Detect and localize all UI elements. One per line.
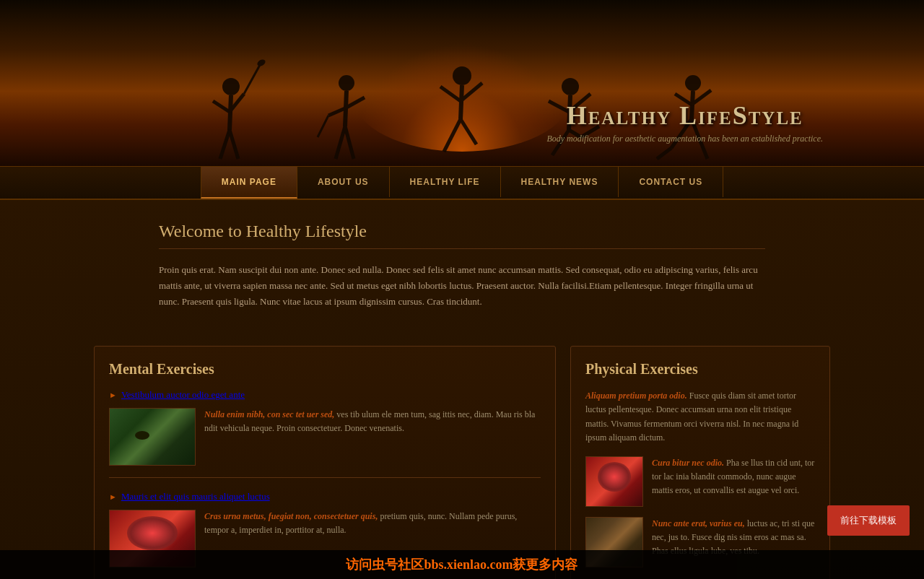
- svg-line-17: [440, 87, 461, 101]
- nav-link-healthy-news[interactable]: HEALTHY NEWS: [501, 167, 619, 197]
- physical-exercises-column: Physical Exercises Aliquam pretium porta…: [570, 346, 830, 579]
- physical-intro-bold[interactable]: Aliquam pretium porta odio.: [585, 391, 687, 401]
- mental-article-1-body: Nulla enim nibh, con sec tet uer sed, ve…: [109, 408, 541, 466]
- hero-banner: Healthy LifeStyle Body modification for …: [0, 0, 924, 166]
- mental-article-1-bold[interactable]: Nulla enim nibh, con sec tet uer sed,: [204, 409, 334, 419]
- welcome-section: Welcome to Healthy Lifestyle Proin quis …: [144, 200, 780, 331]
- welcome-text: Proin quis erat. Nam suscipit dui non an…: [159, 262, 765, 310]
- physical-exercises-title: Physical Exercises: [585, 361, 815, 378]
- svg-line-6: [244, 65, 260, 94]
- svg-point-8: [339, 75, 354, 91]
- nav-link-about-us[interactable]: ABOUT US: [297, 167, 390, 197]
- mental-article-1-text: Nulla enim nibh, con sec tet uer sed, ve…: [204, 408, 541, 466]
- nav-list: MAIN PAGE ABOUT US HEALTHY LIFE HEALTHY …: [201, 167, 723, 199]
- svg-line-10: [328, 108, 345, 116]
- content-wrapper: Welcome to Healthy Lifestyle Proin quis …: [0, 200, 924, 579]
- nav-item-healthy-life[interactable]: HEALTHY LIFE: [390, 167, 501, 199]
- physical-intro: Aliquam pretium porta odio. Fusce quis d…: [585, 389, 815, 445]
- mental-article-1-title[interactable]: ► Vestibulum auctor odio eget ante: [109, 389, 541, 401]
- physical-thumb-red: [586, 457, 642, 506]
- nav-item-about-us[interactable]: ABOUT US: [297, 167, 390, 199]
- two-column-layout: Mental Exercises ► Vestibulum auctor odi…: [79, 331, 845, 579]
- nav-link-main-page[interactable]: MAIN PAGE: [201, 167, 297, 199]
- divider-1: [109, 477, 541, 478]
- svg-point-7: [256, 58, 266, 68]
- arrow-icon-2: ►: [109, 492, 117, 501]
- physical-item-2-bold[interactable]: Nunc ante erat, varius eu,: [652, 518, 745, 528]
- nav-link-contact-us[interactable]: CONTACT US: [619, 167, 723, 197]
- svg-point-21: [562, 78, 579, 95]
- physical-thumb-1: [585, 456, 643, 507]
- mental-article-2-bold[interactable]: Cras urna metus, fuegiat non, consectetu…: [204, 511, 378, 521]
- arrow-icon-1: ►: [109, 391, 117, 399]
- mental-article-2-link[interactable]: Mauris et elit quis mauris aliquet luctu…: [121, 491, 270, 502]
- nav-item-contact-us[interactable]: CONTACT US: [619, 167, 723, 199]
- svg-line-20: [461, 119, 476, 144]
- navigation-bar: MAIN PAGE ABOUT US HEALTHY LIFE HEALTHY …: [0, 166, 924, 200]
- mental-exercises-column: Mental Exercises ► Vestibulum auctor odi…: [94, 346, 556, 579]
- nav-link-healthy-life[interactable]: HEALTHY LIFE: [390, 167, 501, 197]
- mental-article-1-thumbnail: [109, 408, 196, 466]
- watermark-bar: 访问虫号社区bbs.xienlao.com获更多内容: [0, 550, 924, 579]
- site-title-block: Healthy LifeStyle Body modification for …: [546, 100, 823, 144]
- welcome-title: Welcome to Healthy Lifestyle: [159, 222, 765, 249]
- physical-item-1: Cura bitur nec odio. Pha se llus tin cid…: [585, 456, 815, 507]
- site-tagline: Body modification for aesthetic augmenta…: [546, 134, 823, 144]
- nav-item-healthy-news[interactable]: HEALTHY NEWS: [501, 167, 619, 199]
- mental-article-1: ► Vestibulum auctor odio eget ante Nulla…: [109, 389, 541, 478]
- svg-point-15: [453, 66, 471, 85]
- thumb-green-image: [110, 409, 195, 465]
- svg-point-28: [685, 75, 701, 91]
- physical-item-1-bold[interactable]: Cura bitur nec odio.: [652, 458, 724, 468]
- svg-line-4: [220, 130, 230, 159]
- download-template-button[interactable]: 前往下载模板: [827, 505, 910, 536]
- svg-line-34: [657, 148, 671, 159]
- mental-article-1-link[interactable]: Vestibulum auctor odio eget ante: [121, 389, 245, 401]
- svg-line-2: [213, 101, 230, 112]
- mental-exercises-title: Mental Exercises: [109, 361, 541, 378]
- svg-line-13: [345, 126, 354, 159]
- svg-line-5: [230, 130, 238, 159]
- mental-article-2-title[interactable]: ► Mauris et elit quis mauris aliquet luc…: [109, 491, 541, 502]
- svg-line-12: [336, 126, 345, 159]
- nav-item-main-page[interactable]: MAIN PAGE: [201, 167, 297, 199]
- physical-item-1-text: Cura bitur nec odio. Pha se llus tin cid…: [652, 456, 815, 507]
- svg-line-14: [318, 116, 328, 137]
- svg-line-19: [444, 119, 461, 152]
- svg-point-0: [222, 78, 240, 95]
- site-title: Healthy LifeStyle: [546, 100, 823, 131]
